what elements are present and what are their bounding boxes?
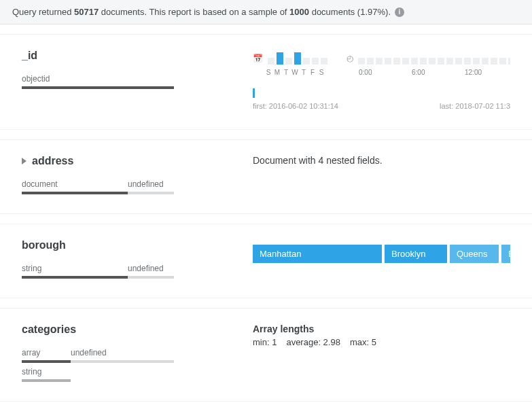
array-stats: min: 1 average: 2.98 max: 5: [253, 337, 510, 347]
hour-bar[interactable]: [429, 58, 436, 65]
timeline-first: first: 2016-06-02 10:31:14: [253, 102, 338, 110]
hour-bar[interactable]: [385, 58, 391, 65]
hour-bar[interactable]: [367, 58, 374, 65]
type-undefined[interactable]: undefined: [128, 179, 174, 194]
day-bar[interactable]: [312, 58, 319, 65]
value-chip[interactable]: Manhattan: [253, 245, 382, 263]
field-name: _id: [22, 50, 37, 62]
type-objectid[interactable]: objectid: [22, 74, 174, 89]
day-bar[interactable]: [303, 58, 310, 65]
clock-icon: ◴: [347, 54, 353, 63]
field-name: address: [32, 155, 73, 167]
type-string[interactable]: string: [22, 264, 128, 279]
field-section-categories: categories array undefined string Array …: [0, 308, 532, 402]
value-chip[interactable]: Bronx: [501, 245, 510, 263]
value-chip[interactable]: Brooklyn: [385, 245, 447, 263]
field-section-id: _id objectid 📅 SMTWTFS ◴ 0:006:0012:0018…: [0, 34, 532, 130]
hour-bar[interactable]: [420, 58, 427, 65]
info-icon[interactable]: i: [395, 7, 404, 17]
day-label: T: [283, 69, 289, 76]
field-name: borough: [22, 239, 66, 251]
hour-label: 12:00: [465, 69, 510, 76]
hour-bar[interactable]: [491, 58, 497, 65]
day-of-week-chart[interactable]: 📅 SMTWTFS: [253, 50, 327, 76]
type-string[interactable]: string: [22, 367, 71, 382]
day-label: W: [291, 69, 298, 76]
type-array[interactable]: array: [22, 348, 71, 363]
type-undefined[interactable]: undefined: [128, 264, 174, 279]
day-label: T: [300, 69, 307, 76]
hour-bar[interactable]: [446, 58, 453, 65]
hour-label: 0:00: [359, 69, 412, 76]
hour-bar[interactable]: [464, 58, 471, 65]
hour-bar[interactable]: [393, 58, 400, 65]
day-bar[interactable]: [294, 52, 301, 65]
hour-bar[interactable]: [402, 58, 409, 65]
expand-caret-icon[interactable]: [22, 158, 26, 164]
hour-of-day-chart[interactable]: ◴ 0:006:0012:0018:002: [347, 50, 510, 76]
type-undefined[interactable]: undefined: [71, 348, 174, 363]
nested-summary: Document with 4 nested fields.: [253, 155, 510, 166]
day-bar[interactable]: [321, 58, 327, 65]
array-stats-title: Array lengths: [253, 323, 510, 334]
status-text: Query returned 50717 documents. This rep…: [12, 7, 391, 17]
day-label: F: [309, 69, 316, 76]
day-label: S: [265, 69, 272, 76]
type-document[interactable]: document: [22, 179, 128, 194]
hour-bar[interactable]: [473, 58, 480, 65]
hour-bar[interactable]: [376, 58, 383, 65]
hour-bar[interactable]: [508, 58, 510, 65]
timeline-chart[interactable]: [253, 88, 510, 98]
hour-bar[interactable]: [358, 58, 365, 65]
hour-bar[interactable]: [482, 58, 489, 65]
hour-bar[interactable]: [438, 58, 444, 65]
hour-bar[interactable]: [455, 58, 462, 65]
hour-bar[interactable]: [411, 58, 418, 65]
day-label: S: [318, 69, 325, 76]
field-section-borough: borough string undefined ManhattanBrookl…: [0, 224, 532, 298]
calendar-icon: 📅: [253, 54, 263, 63]
hour-bar[interactable]: [499, 58, 506, 65]
day-label: M: [274, 69, 281, 76]
field-name: categories: [22, 323, 76, 336]
timeline-last: last: 2018-07-02 11:3: [440, 102, 510, 110]
hour-label: 6:00: [412, 69, 465, 76]
field-section-address: address document undefined Document with…: [0, 139, 532, 214]
day-bar[interactable]: [277, 52, 283, 65]
day-bar[interactable]: [285, 58, 292, 65]
value-chip[interactable]: Queens: [450, 245, 499, 263]
day-bar[interactable]: [268, 58, 274, 65]
status-bar: Query returned 50717 documents. This rep…: [0, 0, 532, 24]
